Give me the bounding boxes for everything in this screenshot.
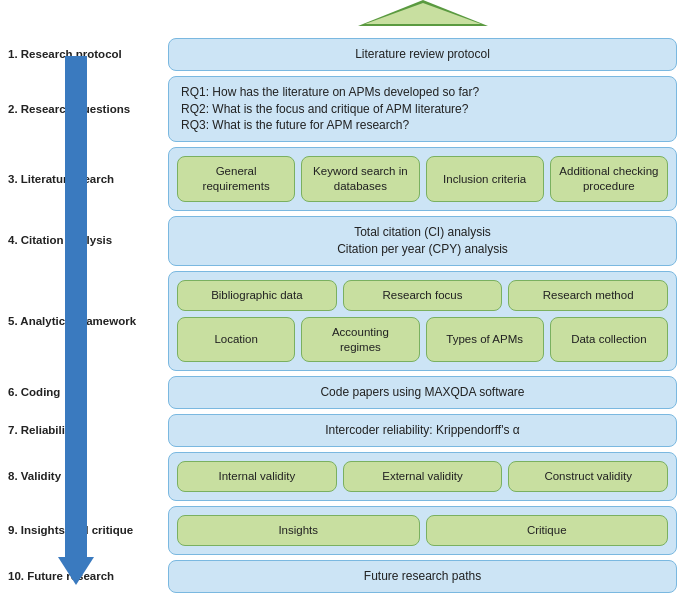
green-box-research-method: Research method bbox=[508, 280, 668, 311]
row-citation-analysis: 4. Citation analysis Total citation (CI)… bbox=[8, 216, 677, 266]
row-research-questions: 2. Research questions RQ1: How has the l… bbox=[8, 76, 677, 142]
content-analytical-framework: Bibliographic data Research focus Resear… bbox=[168, 271, 677, 372]
row-coding: 6. Coding Code papers using MAXQDA softw… bbox=[8, 376, 677, 409]
content-insights-critique: Insights Critique bbox=[168, 506, 677, 555]
green-box-keyword-search: Keyword search in databases bbox=[301, 156, 419, 202]
green-row-analytical-2: Location Accounting regimes Types of APM… bbox=[177, 317, 668, 363]
content-literature-search: General requirements Keyword search in d… bbox=[168, 147, 677, 211]
blue-outer-insights: Insights Critique bbox=[168, 506, 677, 555]
content-citation-analysis: Total citation (CI) analysis Citation pe… bbox=[168, 216, 677, 266]
green-box-data-collection: Data collection bbox=[550, 317, 668, 363]
row-literature-search: 3. Literature search General requirement… bbox=[8, 147, 677, 211]
green-box-research-focus: Research focus bbox=[343, 280, 503, 311]
green-box-critique: Critique bbox=[426, 515, 669, 546]
blue-box-future-research: Future research paths bbox=[168, 560, 677, 593]
blue-outer-validity: Internal validity External validity Cons… bbox=[168, 452, 677, 501]
header-triangle bbox=[0, 0, 685, 26]
green-box-insights: Insights bbox=[177, 515, 420, 546]
content-reliability: Intercoder reliability: Krippendorff's α bbox=[168, 414, 677, 447]
blue-outer-literature-search: General requirements Keyword search in d… bbox=[168, 147, 677, 211]
row-insights-critique: 9. Insights and critique Insights Critiq… bbox=[8, 506, 677, 555]
green-box-accounting-regimes: Accounting regimes bbox=[301, 317, 419, 363]
blue-box-research-protocol: Literature review protocol bbox=[168, 38, 677, 71]
row-research-protocol: 1. Research protocol Literature review p… bbox=[8, 38, 677, 71]
content-research-protocol: Literature review protocol bbox=[168, 38, 677, 71]
row-validity: 8. Validity Internal validity External v… bbox=[8, 452, 677, 501]
green-row-insights: Insights Critique bbox=[177, 515, 668, 546]
green-box-internal-validity: Internal validity bbox=[177, 461, 337, 492]
green-box-construct-validity: Construct validity bbox=[508, 461, 668, 492]
green-box-external-validity: External validity bbox=[343, 461, 503, 492]
content-future-research: Future research paths bbox=[168, 560, 677, 593]
row-future-research: 10. Future research Future research path… bbox=[8, 560, 677, 593]
content-coding: Code papers using MAXQDA software bbox=[168, 376, 677, 409]
green-box-additional-checking: Additional checking procedure bbox=[550, 156, 668, 202]
row-reliability: 7. Reliability Intercoder reliability: K… bbox=[8, 414, 677, 447]
arrow bbox=[62, 56, 90, 585]
green-box-location: Location bbox=[177, 317, 295, 363]
content-research-questions: RQ1: How has the literature on APMs deve… bbox=[168, 76, 677, 142]
content-validity: Internal validity External validity Cons… bbox=[168, 452, 677, 501]
blue-box-reliability: Intercoder reliability: Krippendorff's α bbox=[168, 414, 677, 447]
green-row-literature-search-1: General requirements Keyword search in d… bbox=[177, 156, 668, 202]
row-analytical-framework: 5. Analytical framework Bibliographic da… bbox=[8, 271, 677, 372]
green-box-general-requirements: General requirements bbox=[177, 156, 295, 202]
green-row-validity: Internal validity External validity Cons… bbox=[177, 461, 668, 492]
blue-box-coding: Code papers using MAXQDA software bbox=[168, 376, 677, 409]
blue-box-research-questions: RQ1: How has the literature on APMs deve… bbox=[168, 76, 677, 142]
green-row-analytical-1: Bibliographic data Research focus Resear… bbox=[177, 280, 668, 311]
green-box-bibliographic: Bibliographic data bbox=[177, 280, 337, 311]
green-box-types-apms: Types of APMs bbox=[426, 317, 544, 363]
blue-outer-analytical-framework: Bibliographic data Research focus Resear… bbox=[168, 271, 677, 372]
blue-box-citation-analysis: Total citation (CI) analysis Citation pe… bbox=[168, 216, 677, 266]
green-box-inclusion-criteria: Inclusion criteria bbox=[426, 156, 544, 202]
